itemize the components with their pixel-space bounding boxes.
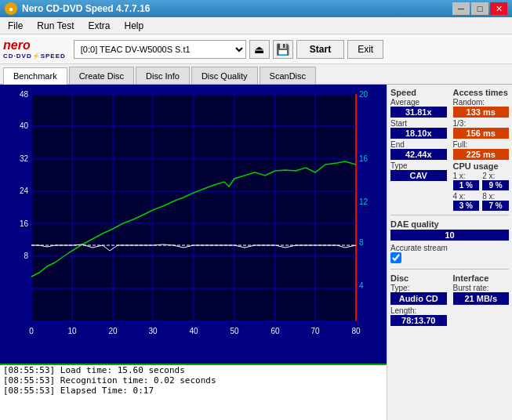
svg-text:30: 30 xyxy=(148,327,158,335)
cpu-8x-label: 8 x: xyxy=(482,192,509,201)
speed-access-layout: Speed Average 31.81x Start 18.10x End 42… xyxy=(390,88,509,211)
burst-rate-value: 21 MB/s xyxy=(453,292,510,305)
svg-text:12: 12 xyxy=(359,197,369,206)
svg-text:48: 48 xyxy=(20,90,29,99)
burst-rate-label: Burst rate: xyxy=(453,284,510,292)
tab-scandisc[interactable]: ScanDisc xyxy=(260,67,316,84)
disc-type-label: Type: xyxy=(390,284,447,292)
log-content[interactable]: [08:55:53] Load time: 15.60 seconds [08:… xyxy=(0,365,387,420)
dae-title: DAE quality xyxy=(390,219,509,229)
nero-logo-text: nero xyxy=(3,39,66,52)
svg-text:4: 4 xyxy=(359,281,364,290)
accurate-stream-label: Accurate stream xyxy=(390,244,509,252)
cpu-2x-value: 9 % xyxy=(482,180,509,190)
start-value: 18.10x xyxy=(390,128,447,139)
speed-title: Speed xyxy=(390,88,447,97)
window-title: Nero CD-DVD Speed 4.7.7.16 xyxy=(22,3,150,14)
svg-text:32: 32 xyxy=(20,154,29,163)
save-button[interactable]: 💾 xyxy=(273,40,293,59)
speed-section: Speed Average 31.81x Start 18.10x End 42… xyxy=(390,88,447,211)
minimize-button[interactable]: ─ xyxy=(452,2,470,15)
one-third-label: 1/3: xyxy=(453,119,510,128)
drive-selector[interactable]: [0:0] TEAC DV-W5000S S.t1 xyxy=(74,40,246,59)
cpu-layout: 1 x: 1 % 4 x: 3 % 2 x: 9 % 8 x: 7 % xyxy=(453,172,510,211)
divider-2 xyxy=(390,269,509,270)
svg-text:20: 20 xyxy=(359,90,369,99)
cpu-4x-label: 4 x: xyxy=(453,192,480,201)
svg-text:24: 24 xyxy=(20,186,29,195)
svg-text:10: 10 xyxy=(67,327,77,335)
dae-section: DAE quality 10 Accurate stream xyxy=(390,219,509,265)
chart-svg: 48 40 32 24 16 8 20 16 12 8 4 0 10 20 xyxy=(0,89,387,364)
disc-length-label: Length: xyxy=(390,306,447,315)
menu-bar: File Run Test Extra Help xyxy=(0,17,512,34)
nero-logo-sub: CD·DVD⚡SPEED xyxy=(3,52,66,60)
cpu-col1: 1 x: 1 % 4 x: 3 % xyxy=(453,172,480,211)
divider-1 xyxy=(390,215,509,215)
svg-text:50: 50 xyxy=(230,327,239,335)
full-value: 225 ms xyxy=(453,149,510,160)
log-entry: [08:55:53] Load time: 15.60 seconds xyxy=(3,365,383,375)
cpu-8x-value: 7 % xyxy=(482,201,509,211)
window-controls: ─ □ ✕ xyxy=(452,2,507,15)
toolbar: nero CD·DVD⚡SPEED [0:0] TEAC DV-W5000S S… xyxy=(0,34,512,64)
access-title: Access times xyxy=(453,88,510,97)
nero-logo: nero CD·DVD⚡SPEED xyxy=(3,39,66,60)
app-icon: ● xyxy=(5,2,17,15)
svg-text:40: 40 xyxy=(189,327,198,335)
end-label: End xyxy=(390,140,447,149)
svg-text:0: 0 xyxy=(29,327,34,335)
svg-text:60: 60 xyxy=(271,327,280,335)
dae-value: 10 xyxy=(390,230,509,241)
cpu-1x-label: 1 x: xyxy=(453,172,480,180)
exit-button[interactable]: Exit xyxy=(347,40,383,59)
menu-file[interactable]: File xyxy=(3,19,27,33)
maximize-button[interactable]: □ xyxy=(471,2,488,15)
cpu-2x-label: 2 x: xyxy=(482,172,509,180)
one-third-value: 156 ms xyxy=(453,128,510,139)
cpu-4x-value: 3 % xyxy=(453,201,480,211)
average-value: 31.81x xyxy=(390,107,447,118)
cpu-col2: 2 x: 9 % 8 x: 7 % xyxy=(482,172,509,211)
accurate-stream-checkbox[interactable] xyxy=(390,252,401,263)
svg-text:8: 8 xyxy=(359,238,364,247)
tab-disc-quality[interactable]: Disc Quality xyxy=(191,67,258,84)
svg-text:80: 80 xyxy=(351,327,361,335)
tab-benchmark[interactable]: Benchmark xyxy=(3,67,67,85)
close-button[interactable]: ✕ xyxy=(490,2,507,15)
svg-text:20: 20 xyxy=(108,327,118,335)
svg-text:70: 70 xyxy=(310,327,320,335)
access-section: Access times Random: 133 ms 1/3: 156 ms … xyxy=(453,88,510,211)
log-area: [08:55:53] Load time: 15.60 seconds [08:… xyxy=(0,364,387,420)
disc-interface-layout: Disc Type: Audio CD Length: 78:13.70 Int… xyxy=(390,273,509,326)
end-value: 42.44x xyxy=(390,149,447,160)
dae-col: DAE quality 10 Accurate stream xyxy=(390,219,509,265)
average-label: Average xyxy=(390,98,447,107)
interface-section: Interface Burst rate: 21 MB/s xyxy=(453,273,510,326)
svg-text:40: 40 xyxy=(20,121,29,130)
type-value: CAV xyxy=(390,170,447,181)
menu-extra[interactable]: Extra xyxy=(83,19,114,33)
random-label: Random: xyxy=(453,98,510,107)
title-bar: ● Nero CD-DVD Speed 4.7.7.16 ─ □ ✕ xyxy=(0,0,512,17)
interface-title: Interface xyxy=(453,273,510,283)
full-label: Full: xyxy=(453,140,510,149)
log-entry: [08:55:53] Elapsed Time: 0:17 xyxy=(3,386,383,396)
tab-bar: Benchmark Create Disc Disc Info Disc Qua… xyxy=(0,64,512,85)
tab-disc-info[interactable]: Disc Info xyxy=(136,67,190,84)
disc-section: Disc Type: Audio CD Length: 78:13.70 xyxy=(390,273,447,326)
menu-help[interactable]: Help xyxy=(120,19,149,33)
start-button[interactable]: Start xyxy=(296,40,344,59)
type-label: Type xyxy=(390,161,447,170)
chart-container: 48 40 32 24 16 8 20 16 12 8 4 0 10 20 xyxy=(0,85,387,420)
stats-panel: Speed Average 31.81x Start 18.10x End 42… xyxy=(387,85,512,420)
cpu-1x-value: 1 % xyxy=(453,180,480,190)
cpu-title: CPU usage xyxy=(453,161,510,171)
disc-title: Disc xyxy=(390,273,447,283)
eject-button[interactable]: ⏏ xyxy=(249,40,270,59)
log-entry: [08:55:53] Recognition time: 0.02 second… xyxy=(3,375,383,386)
svg-text:16: 16 xyxy=(359,154,369,163)
random-value: 133 ms xyxy=(453,107,510,118)
menu-run-test[interactable]: Run Test xyxy=(32,19,78,33)
tab-create-disc[interactable]: Create Disc xyxy=(69,67,134,84)
